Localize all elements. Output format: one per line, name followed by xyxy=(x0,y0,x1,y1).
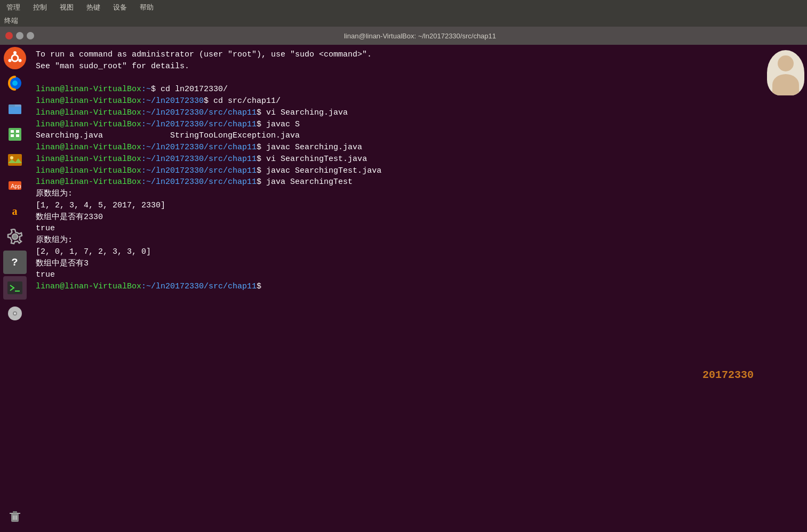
svg-rect-13 xyxy=(11,134,14,137)
svg-point-4 xyxy=(8,59,11,62)
titlebar-buttons xyxy=(5,32,34,39)
svg-rect-10 xyxy=(9,128,21,141)
cmd-prompt-final: linan@linan-VirtualBox:~/ln20172330/src/… xyxy=(36,281,758,293)
output-line-4: 原数组为: xyxy=(36,188,758,200)
output-line-6: 数组中是否有2330 xyxy=(36,212,758,223)
menu-help[interactable]: 帮助 xyxy=(138,2,156,13)
watermark: 20172330 xyxy=(702,367,754,383)
minimize-button[interactable] xyxy=(16,32,23,39)
dvd-icon[interactable] xyxy=(3,302,27,325)
output-line-7: true xyxy=(36,223,758,235)
svg-text:App: App xyxy=(11,183,21,189)
svg-rect-15 xyxy=(8,154,22,166)
cmd-line-6: linan@linan-VirtualBox:~/ln20172330/src/… xyxy=(36,154,758,165)
maximize-button[interactable] xyxy=(27,32,34,39)
titlebar-title: linan@linan-VirtualBox: ~/ln20172330/src… xyxy=(38,32,802,40)
svg-rect-8 xyxy=(9,107,21,114)
titlebar: linan@linan-VirtualBox: ~/ln20172330/src… xyxy=(0,27,807,45)
output-line-2: See "man sudo_root" for details. xyxy=(36,61,758,72)
svg-point-6 xyxy=(12,80,18,86)
menu-hotkey[interactable]: 热键 xyxy=(84,2,102,13)
terminal-content[interactable]: To run a command as administrator (user … xyxy=(29,45,764,532)
cmd-line-2: linan@linan-VirtualBox:~/ln20172330$ cd … xyxy=(36,95,758,107)
svg-rect-14 xyxy=(16,134,19,137)
menu-device[interactable]: 设备 xyxy=(111,2,129,13)
ubuntu-icon[interactable] xyxy=(4,47,26,69)
files-icon[interactable] xyxy=(3,97,27,120)
help-icon[interactable]: ? xyxy=(3,251,27,274)
image-viewer-icon[interactable] xyxy=(3,148,27,172)
close-button[interactable] xyxy=(5,32,13,39)
terminal-window: linan@linan-VirtualBox: ~/ln20172330/src… xyxy=(0,27,807,532)
svg-point-2 xyxy=(13,51,17,54)
output-line-3: Searching.java StringTooLongException.ja… xyxy=(36,130,758,142)
output-line-1: To run a command as administrator (user … xyxy=(36,49,758,61)
firefox-icon[interactable] xyxy=(3,71,27,95)
spreadsheet-icon[interactable] xyxy=(3,123,27,146)
svg-rect-21 xyxy=(7,281,22,294)
terminal-icon[interactable] xyxy=(3,276,27,300)
settings-icon[interactable] xyxy=(3,225,27,248)
software-icon[interactable]: App xyxy=(3,174,27,197)
main-area: App a ? To run a command as xyxy=(0,45,807,532)
svg-rect-11 xyxy=(11,130,14,133)
svg-rect-9 xyxy=(9,104,15,107)
svg-rect-12 xyxy=(16,130,19,133)
cmd-line-1: linan@linan-VirtualBox:~$ cd ln20172330/ xyxy=(36,84,758,95)
svg-point-16 xyxy=(10,156,13,159)
cmd-line-7: linan@linan-VirtualBox:~/ln20172330/src/… xyxy=(36,165,758,177)
cmd-line-4: linan@linan-VirtualBox:~/ln20172330/src/… xyxy=(36,119,758,131)
output-line-10: 数组中是否有3 xyxy=(36,258,758,270)
svg-rect-28 xyxy=(13,511,17,513)
output-blank-1 xyxy=(36,72,758,84)
svg-point-3 xyxy=(18,59,21,62)
cmd-line-8: linan@linan-VirtualBox:~/ln20172330/src/… xyxy=(36,176,758,188)
taskbar-label: 终端 xyxy=(0,15,807,27)
right-decoration xyxy=(764,45,807,532)
amazon-icon[interactable]: a xyxy=(3,199,27,223)
sidebar: App a ? xyxy=(0,45,29,532)
cmd-line-5: linan@linan-VirtualBox:~/ln20172330/src/… xyxy=(36,142,758,154)
output-line-9: [2, 0, 1, 7, 2, 3, 3, 0] xyxy=(36,246,758,258)
menu-manage[interactable]: 管理 xyxy=(4,2,22,13)
output-line-5: [1, 2, 3, 4, 5, 2017, 2330] xyxy=(36,200,758,212)
cmd-line-3: linan@linan-VirtualBox:~/ln20172330/src/… xyxy=(36,107,758,119)
menubar: 管理 控制 视图 热键 设备 帮助 xyxy=(0,0,807,15)
menu-control[interactable]: 控制 xyxy=(31,2,49,13)
menu-view[interactable]: 视图 xyxy=(58,2,76,13)
trash-icon[interactable] xyxy=(3,504,27,528)
output-line-8: 原数组为: xyxy=(36,235,758,246)
svg-point-25 xyxy=(14,312,16,315)
output-line-11: true xyxy=(36,269,758,281)
